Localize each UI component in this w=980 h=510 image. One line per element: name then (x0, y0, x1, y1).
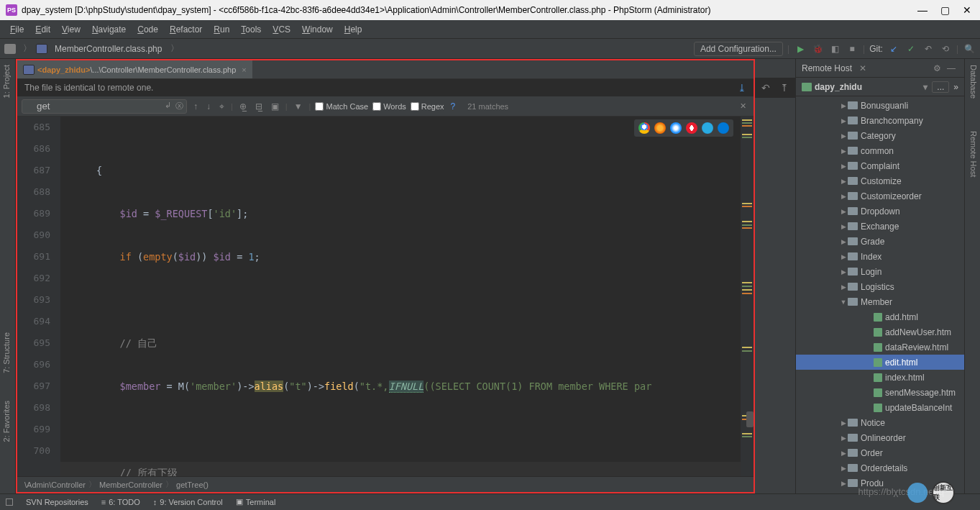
git-commit-icon[interactable]: ✓ (905, 42, 917, 55)
remove-selection-icon[interactable]: ⊟̲ (253, 101, 265, 111)
select-occurrences-icon[interactable]: ▣ (269, 101, 281, 111)
remote-folder[interactable]: Bonusguanli (796, 98, 964, 113)
remote-file[interactable]: addNewUser.htm (796, 324, 964, 340)
remote-folder[interactable]: Customizeorder (796, 188, 964, 204)
remote-folder[interactable]: Complaint (796, 158, 964, 173)
hide-panel-icon[interactable]: ✕ (856, 63, 869, 73)
remote-file[interactable]: add.html (796, 309, 964, 324)
minimap-thumb[interactable] (746, 411, 754, 427)
remote-folder[interactable]: common (796, 143, 964, 158)
menu-help[interactable]: Help (339, 22, 368, 37)
project-folder-icon[interactable] (4, 44, 16, 54)
minimize-panel-icon[interactable]: — (944, 63, 958, 73)
server-config-button[interactable]: ... (932, 81, 949, 93)
menu-tools[interactable]: Tools (235, 22, 267, 37)
run-icon[interactable]: ▶ (794, 42, 807, 55)
remote-folder[interactable]: Grade (796, 234, 964, 249)
search-everywhere-icon[interactable]: 🔍 (963, 42, 976, 55)
code-lines[interactable]: { $id = $_REQUEST['id']; if (empty($id))… (60, 117, 741, 476)
nav-method[interactable]: getTree() (176, 481, 209, 489)
remote-file[interactable]: edit.html (796, 355, 964, 370)
edge-icon[interactable] (718, 122, 729, 134)
close-find-icon[interactable]: ✕ (737, 101, 749, 111)
menu-vcs[interactable]: VCS (267, 22, 296, 37)
remote-folder[interactable]: Logistics (796, 279, 964, 294)
add-configuration-button[interactable]: Add Configuration... (694, 42, 783, 56)
remote-folder[interactable]: Login (796, 264, 964, 279)
menu-view[interactable]: View (56, 22, 86, 37)
safari-icon[interactable] (670, 122, 682, 134)
server-select[interactable]: dapy_zhidu ▾ (802, 82, 928, 92)
opera-icon[interactable] (686, 122, 697, 134)
menu-file[interactable]: File (4, 22, 29, 37)
more-servers-icon[interactable]: » (953, 82, 958, 92)
stop-icon[interactable]: ■ (846, 42, 858, 55)
remote-folder[interactable]: Category (796, 128, 964, 143)
minimize-button[interactable]: — (917, 4, 928, 16)
remote-folder[interactable]: Branchcompany (796, 113, 964, 128)
remote-folder[interactable]: Order (796, 445, 964, 460)
remote-tree[interactable]: BonusguanliBranchcompanyCategorycommonCo… (796, 96, 964, 493)
breadcrumb-file[interactable]: MemberController.class.php (50, 42, 166, 55)
git-history-icon[interactable]: ↶ (922, 42, 935, 55)
remote-file[interactable]: sendMessage.htm (796, 385, 964, 400)
upload-icon[interactable]: ⤒ (780, 82, 789, 94)
code-minimap[interactable] (741, 117, 754, 476)
remote-file[interactable]: updateBalanceInt (796, 400, 964, 415)
remote-folder[interactable]: Dropdown (796, 204, 964, 219)
terminal-button[interactable]: ▣ Terminal (236, 497, 276, 506)
coverage-icon[interactable]: ◧ (828, 42, 841, 55)
remote-folder[interactable]: Exchange (796, 219, 964, 234)
firefox-icon[interactable] (654, 122, 666, 134)
close-tab-icon[interactable]: × (242, 65, 246, 74)
select-all-icon[interactable]: ⌖ (217, 101, 226, 111)
help-icon[interactable]: ? (449, 101, 458, 111)
git-update-icon[interactable]: ↙ (887, 42, 900, 55)
menu-run[interactable]: Run (208, 22, 235, 37)
search-input[interactable] (22, 99, 187, 114)
debug-icon[interactable]: 🐞 (811, 42, 824, 55)
menu-refactor[interactable]: Refactor (164, 22, 208, 37)
undo-icon[interactable]: ↶ (761, 82, 770, 94)
newline-icon[interactable]: ↲ (165, 101, 171, 110)
remote-folder[interactable]: Index (796, 249, 964, 264)
editor-tab[interactable]: <dapy_zhidu> \...\Controller\MemberContr… (17, 60, 252, 78)
words-check[interactable]: Words (372, 102, 406, 111)
remote-file[interactable]: index.html (796, 370, 964, 385)
settings-icon[interactable]: ⚙ (930, 63, 944, 73)
menu-navigate[interactable]: Navigate (86, 22, 132, 37)
remote-folder[interactable]: Onlineorder (796, 430, 964, 445)
remote-file[interactable]: dataReview.html (796, 340, 964, 355)
filter-icon[interactable]: ▼ (292, 101, 305, 111)
clear-search-icon[interactable]: ⓧ (175, 101, 183, 111)
download-icon[interactable]: ⤓ (738, 82, 746, 94)
remote-folder[interactable]: Notice (796, 415, 964, 430)
version-control-button[interactable]: ↕ 9: Version Control (153, 498, 223, 506)
next-match-icon[interactable]: ↓ (204, 101, 213, 111)
tool-window-toggle-icon[interactable] (6, 498, 13, 506)
match-case-check[interactable]: Match Case (315, 102, 368, 111)
chrome-icon[interactable] (638, 122, 650, 134)
prev-match-icon[interactable]: ↑ (191, 101, 200, 111)
nav-namespace[interactable]: \Admin\Controller (24, 481, 86, 489)
menu-edit[interactable]: Edit (29, 22, 56, 37)
maximize-button[interactable]: ▢ (940, 4, 950, 16)
favorites-tool-button[interactable]: 2: Favorites (2, 401, 11, 442)
remote-host-tool-button[interactable]: Remote Host (969, 131, 978, 177)
remote-folder[interactable]: Produ (796, 475, 964, 491)
code-area[interactable]: 6856866876886896906916926936946956966976… (17, 117, 754, 476)
add-selection-icon[interactable]: ⊕̲ (237, 101, 249, 111)
remote-folder[interactable]: Orderdetails (796, 460, 964, 475)
menu-code[interactable]: Code (132, 22, 164, 37)
structure-tool-button[interactable]: 7: Structure (2, 332, 11, 373)
menu-window[interactable]: Window (296, 22, 339, 37)
remote-folder[interactable]: Customize (796, 173, 964, 188)
project-tool-button[interactable]: 1: Project (2, 65, 11, 98)
close-button[interactable]: ✕ (963, 4, 971, 16)
nav-class[interactable]: MemberController (99, 481, 162, 489)
todo-button[interactable]: ≡ 6: TODO (101, 498, 140, 506)
svn-repositories-button[interactable]: SVN Repositories (26, 498, 88, 506)
database-tool-button[interactable]: Database (969, 65, 978, 99)
remote-folder[interactable]: Member (796, 294, 964, 309)
regex-check[interactable]: Regex (411, 102, 444, 111)
